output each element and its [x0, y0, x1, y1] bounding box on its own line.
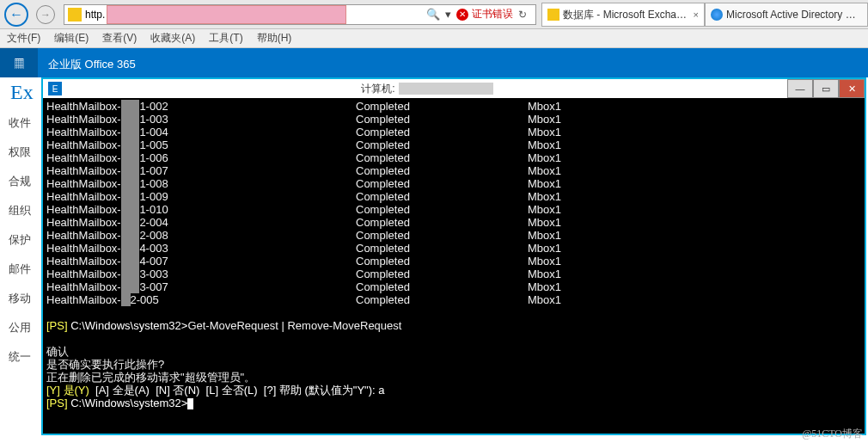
search-icon[interactable]: 🔍	[426, 8, 440, 21]
exchange-logo: Ex	[0, 81, 41, 108]
cert-error-label: 证书错误	[472, 7, 513, 22]
sidebar-item[interactable]: 组织	[0, 196, 41, 225]
exchange-sidebar: Ex 收件 权限 合规 组织 保护 邮件 移动 公用 统一	[0, 77, 41, 443]
o365-brand: 企业版 Office 365	[48, 57, 136, 72]
exchange-shell-icon: E	[48, 82, 62, 95]
menu-help[interactable]: 帮助(H)	[257, 31, 292, 46]
close-button[interactable]: ✕	[839, 79, 865, 98]
sidebar-item[interactable]: 公用	[0, 313, 41, 342]
ie-menu-bar: 文件(F) 编辑(E) 查看(V) 收藏夹(A) 工具(T) 帮助(H)	[0, 29, 868, 48]
back-button[interactable]: ←	[3, 2, 29, 28]
sidebar-item[interactable]: 收件	[0, 108, 41, 138]
address-text: http.	[85, 9, 105, 21]
minimize-button[interactable]: —	[787, 79, 813, 98]
terminal-output[interactable]: HealthMailbox- 1-002CompletedMbox1Health…	[43, 98, 865, 434]
refresh-icon[interactable]: ↻	[518, 9, 527, 21]
tab-ad[interactable]: Microsoft Active Directory …	[705, 3, 868, 27]
tab-icon	[711, 9, 723, 21]
menu-edit[interactable]: 编辑(E)	[54, 31, 89, 46]
powershell-window: E 计算机: — ▭ ✕ HealthMailbox- 1-002Complet…	[41, 77, 866, 435]
address-bar[interactable]: http. 🔍▾ ✕ 证书错误 ↻	[64, 4, 536, 25]
window-titlebar[interactable]: E 计算机: — ▭ ✕	[43, 79, 865, 98]
tab-label: Microsoft Active Directory …	[726, 9, 856, 21]
tab-label: 数据库 - Microsoft Excha…	[563, 8, 687, 22]
site-icon	[68, 8, 82, 22]
sidebar-item[interactable]: 保护	[0, 225, 41, 255]
menu-tools[interactable]: 工具(T)	[209, 31, 242, 46]
cert-error-icon: ✕	[456, 9, 468, 21]
sidebar-item[interactable]: 邮件	[0, 255, 41, 284]
forward-button[interactable]: →	[33, 2, 58, 28]
title-redacted	[399, 83, 493, 95]
tab-database[interactable]: 数据库 - Microsoft Excha… ×	[541, 3, 705, 27]
sidebar-item[interactable]: 权限	[0, 138, 41, 167]
menu-favorites[interactable]: 收藏夹(A)	[150, 31, 195, 46]
window-title: 计算机:	[361, 82, 394, 96]
browser-tabs: 数据库 - Microsoft Excha… × Microsoft Activ…	[541, 0, 868, 28]
cert-error-badge[interactable]: ✕ 证书错误	[456, 7, 513, 22]
sidebar-item[interactable]: 移动	[0, 284, 41, 313]
tab-icon	[547, 9, 559, 21]
tab-close-icon[interactable]: ×	[694, 9, 699, 20]
sidebar-item[interactable]: 合规	[0, 167, 41, 196]
menu-view[interactable]: 查看(V)	[102, 31, 137, 46]
watermark: @51CTO博客	[802, 427, 863, 441]
menu-file[interactable]: 文件(F)	[7, 31, 40, 46]
app-launcher-icon[interactable]: 𝄜	[0, 48, 38, 81]
ie-toolbar: ← → http. 🔍▾ ✕ 证书错误 ↻ 数据库 - Microsoft Ex…	[0, 0, 868, 29]
address-redacted	[107, 5, 346, 24]
sidebar-item[interactable]: 统一	[0, 342, 41, 372]
o365-header: 𝄜 企业版 Office 365	[0, 48, 868, 81]
maximize-button[interactable]: ▭	[813, 79, 839, 98]
